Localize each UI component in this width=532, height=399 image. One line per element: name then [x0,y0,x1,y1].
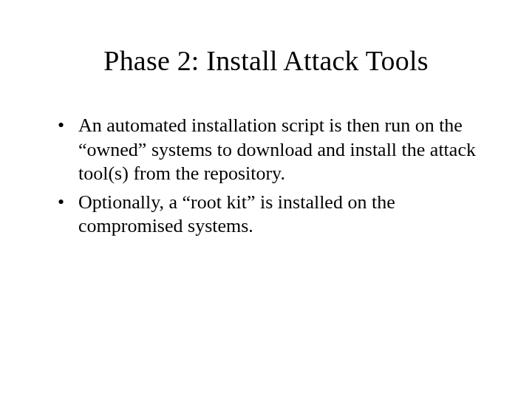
slide-title: Phase 2: Install Attack Tools [52,44,480,77]
list-item: Optionally, a “root kit” is installed on… [52,191,480,239]
slide: Phase 2: Install Attack Tools An automat… [0,0,532,399]
list-item: An automated installation script is then… [52,114,480,186]
bullet-list: An automated installation script is then… [52,114,480,239]
